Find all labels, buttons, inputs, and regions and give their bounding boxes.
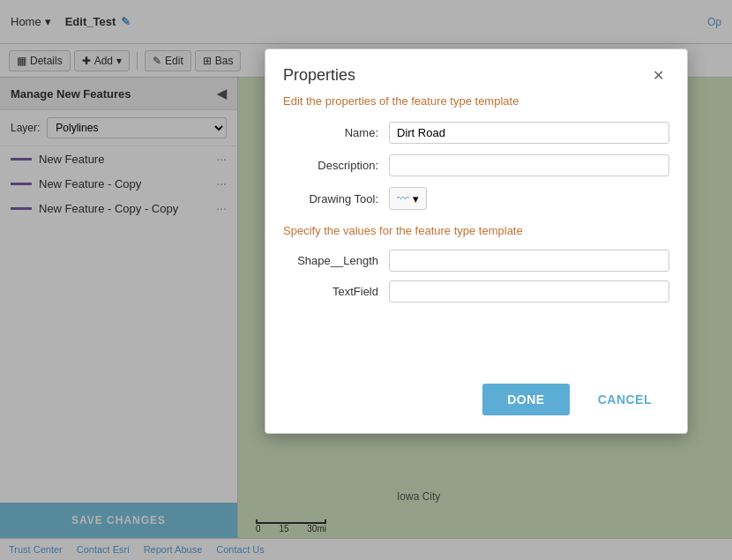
properties-dialog: Properties ✕ Edit the properties of the … (265, 49, 688, 434)
name-field-row: Name: (283, 122, 669, 144)
dialog-subtitle1: Edit the properties of the feature type … (283, 94, 669, 108)
text-field-input[interactable] (389, 280, 669, 302)
text-field-label: TextField (283, 285, 389, 298)
dialog-subtitle2: Specify the values for the feature type … (283, 224, 669, 237)
name-label: Name: (283, 126, 389, 139)
text-field-row: TextField (283, 280, 669, 302)
shape-length-label: Shape__Length (283, 254, 389, 267)
drawing-tool-label: Drawing Tool: (283, 192, 389, 205)
description-field-row: Description: (283, 154, 669, 176)
description-label: Description: (283, 159, 389, 172)
dialog-body: Edit the properties of the feature type … (265, 94, 687, 334)
drawing-tool-button[interactable]: 〰 ▾ (389, 187, 427, 210)
drawing-tool-icon: 〰 (397, 191, 409, 205)
name-input[interactable] (389, 122, 669, 144)
description-input[interactable] (389, 154, 669, 176)
dialog-close-button[interactable]: ✕ (647, 65, 669, 86)
dialog-title: Properties (283, 66, 355, 85)
done-button[interactable]: DONE (482, 384, 569, 415)
drawing-tool-row: Drawing Tool: 〰 ▾ (283, 187, 669, 210)
cancel-button[interactable]: CANCEL (580, 384, 669, 415)
shape-length-row: Shape__Length (283, 250, 669, 272)
fields-section: Specify the values for the feature type … (283, 224, 669, 302)
dialog-header: Properties ✕ (265, 49, 687, 94)
dialog-footer: DONE CANCEL (265, 370, 687, 433)
shape-length-input[interactable] (389, 250, 669, 272)
drawing-tool-chevron: ▾ (413, 192, 419, 205)
